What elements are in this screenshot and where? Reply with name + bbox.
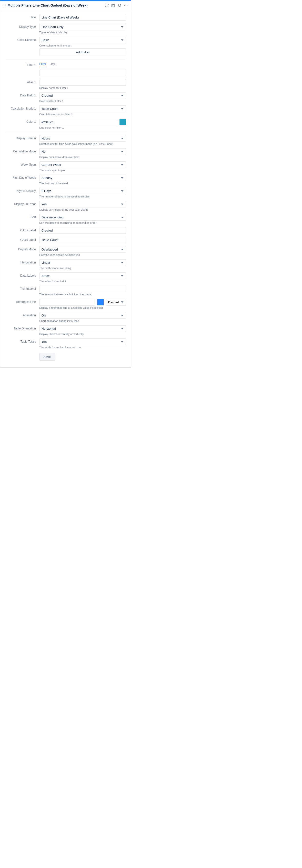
add-filter-button[interactable]: Add Filter [39, 49, 126, 56]
animation-select[interactable]: On [39, 312, 126, 319]
display-time-control: Hours Duration unit for time fields calc… [39, 135, 126, 145]
sort-row: Sort Date ascending Sort the dates in as… [5, 214, 126, 224]
cumulative-row: Cumulative Mode No Display cumulative da… [5, 148, 126, 158]
display-full-year-select[interactable]: Yes [39, 201, 126, 208]
save-button[interactable]: Save [39, 353, 55, 361]
display-time-row: Display Time In Hours Duration unit for … [5, 135, 126, 145]
title-row: Title [5, 14, 126, 21]
alias1-input[interactable] [39, 79, 126, 86]
tick-interval-label: Tick Interval [5, 286, 39, 290]
filter1-control: Filter JQL [39, 62, 126, 76]
drag-icon[interactable]: ⠿ [3, 3, 6, 7]
display-time-hint: Duration unit for time fields calculatio… [39, 143, 126, 145]
calc-mode1-select[interactable]: Issue Count [39, 105, 126, 112]
expand-icon[interactable] [105, 3, 109, 7]
reference-line-style-select[interactable]: Dashed [106, 299, 126, 306]
color-scheme-row: Color Scheme Basic Color scheme for line… [5, 37, 126, 56]
animation-row: Animation On Chart animation during init… [5, 312, 126, 322]
data-labels-select[interactable]: Show [39, 273, 126, 279]
more-icon[interactable] [124, 3, 128, 7]
filter1-input[interactable] [39, 70, 126, 76]
y-axis-control [39, 237, 126, 243]
refresh-icon[interactable] [117, 3, 122, 7]
svg-point-3 [126, 5, 126, 6]
table-orientation-row: Table Orientation Horizontal Display fil… [5, 325, 126, 336]
display-mode-control: Overlapped How the lines should be displ… [39, 246, 126, 256]
gadget-container: ⠿ Multiple Filters Line Chart Gadget (Da… [0, 0, 131, 368]
x-axis-control [39, 227, 126, 234]
svg-point-4 [127, 5, 127, 6]
interpolation-hint: The method of curve fitting [39, 267, 126, 270]
table-orientation-select[interactable]: Horizontal [39, 325, 126, 332]
display-full-year-row: Display Full Year Yes Display all 4 digi… [5, 201, 126, 211]
color-scheme-label: Color Scheme [5, 37, 39, 42]
first-day-hint: The first day of the week [39, 182, 126, 185]
form-body: Title Display Type Line Chart Only Types… [0, 10, 131, 367]
table-totals-select[interactable]: Yes [39, 338, 126, 345]
days-display-row: Days to Display 5 Days The number of day… [5, 188, 126, 198]
reference-line-input[interactable] [39, 299, 95, 306]
display-time-label: Display Time In [5, 135, 39, 140]
sort-hint: Sort the dates in ascending or descendin… [39, 221, 126, 224]
table-totals-label: Table Totals [5, 338, 39, 343]
date-field1-hint: Date field for Filter 1 [39, 100, 126, 102]
tab-jql[interactable]: JQL [50, 62, 56, 67]
color1-input[interactable] [39, 119, 117, 125]
color-scheme-hint: Color scheme for line chart [39, 44, 126, 47]
data-labels-hint: The value for each dot [39, 280, 126, 283]
gadget-title: Multiple Filters Line Chart Gadget (Days… [7, 3, 103, 7]
y-axis-input[interactable] [39, 237, 126, 243]
days-display-select[interactable]: 5 Days [39, 188, 126, 194]
display-full-year-control: Yes Display all 4 digits of the year (e.… [39, 201, 126, 211]
color1-label: Color 1 [5, 119, 39, 123]
alias1-row: Alias 1 Display name for Filter 1 [5, 79, 126, 89]
color-scheme-select[interactable]: Basic [39, 37, 126, 43]
title-input[interactable] [39, 14, 126, 21]
sort-label: Sort [5, 214, 39, 219]
date-field1-control: Created Date field for Filter 1 [39, 92, 126, 102]
data-labels-control: Show The value for each dot [39, 273, 126, 283]
color1-hint: Line color for Filter 1 [39, 126, 126, 129]
calc-mode1-label: Calculation Mode 1 [5, 105, 39, 110]
calc-mode1-hint: Calculation mode for Filter 1 [39, 113, 126, 116]
y-axis-row: Y Axis Label [5, 237, 126, 243]
first-day-row: First Day of Week Sunday The first day o… [5, 175, 126, 185]
tick-interval-row: Tick Interval The interval between each … [5, 286, 126, 296]
reference-line-row: Reference Line Dashed Display a referenc… [5, 299, 126, 309]
color-scheme-control: Basic Color scheme for line chart Add Fi… [39, 37, 126, 56]
x-axis-input[interactable] [39, 227, 126, 234]
days-display-control: 5 Days The number of days in the week to… [39, 188, 126, 198]
display-type-select[interactable]: Line Chart Only [39, 24, 126, 30]
week-span-select[interactable]: Current Week [39, 161, 126, 168]
table-totals-row: Table Totals Yes The totals for each col… [5, 338, 126, 349]
cumulative-select[interactable]: No [39, 148, 126, 155]
data-labels-label: Data Labels [5, 273, 39, 277]
tick-interval-hint: The interval between each tick on the x-… [39, 293, 126, 296]
first-day-select[interactable]: Sunday [39, 175, 126, 181]
x-axis-row: X Axis Label [5, 227, 126, 234]
display-mode-row: Display Mode Overlapped How the lines sh… [5, 246, 126, 256]
display-mode-select[interactable]: Overlapped [39, 246, 126, 253]
sort-control: Date ascending Sort the dates in ascendi… [39, 214, 126, 224]
display-full-year-label: Display Full Year [5, 201, 39, 206]
table-orientation-label: Table Orientation [5, 325, 39, 330]
reference-line-color-swatch[interactable] [97, 299, 104, 306]
svg-rect-1 [112, 5, 114, 6]
reference-line-label: Reference Line [5, 299, 39, 304]
cumulative-hint: Display cumulative data over time [39, 156, 126, 158]
tab-filter[interactable]: Filter [39, 62, 46, 67]
table-orientation-hint: Display filters horizontally or vertical… [39, 333, 126, 336]
week-span-row: Week Span Current Week The week span to … [5, 161, 126, 172]
display-time-select[interactable]: Hours [39, 135, 126, 142]
save-row: Save [5, 351, 126, 361]
display-type-control: Line Chart Only Types of data to display [39, 24, 126, 34]
cumulative-control: No Display cumulative data over time [39, 148, 126, 158]
tick-interval-input[interactable] [39, 286, 126, 292]
sort-select[interactable]: Date ascending [39, 214, 126, 221]
fullscreen-icon[interactable] [111, 3, 115, 7]
color1-swatch[interactable] [119, 119, 126, 125]
alias1-hint: Display name for Filter 1 [39, 87, 126, 89]
date-field1-select[interactable]: Created [39, 92, 126, 99]
color1-control: Line color for Filter 1 [39, 119, 126, 129]
interpolation-select[interactable]: Linear [39, 259, 126, 266]
